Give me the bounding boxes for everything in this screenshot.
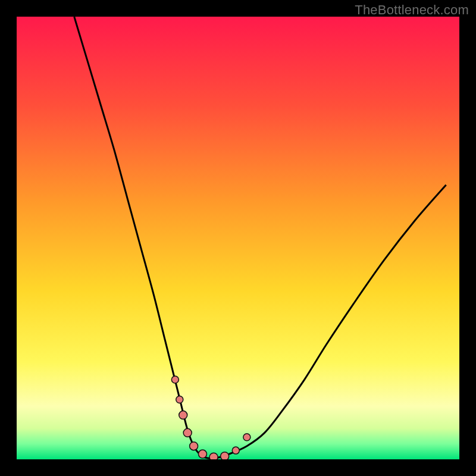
- bottleneck-chart: [17, 17, 459, 459]
- marker-c: [179, 411, 187, 419]
- marker-h: [221, 452, 229, 459]
- chart-frame: [17, 17, 459, 459]
- marker-g: [209, 453, 218, 459]
- chart-background: [17, 17, 459, 459]
- marker-e: [190, 442, 198, 450]
- marker-i: [232, 447, 239, 454]
- marker-j: [243, 434, 250, 441]
- marker-f: [198, 450, 206, 458]
- marker-a: [171, 376, 178, 383]
- marker-d: [183, 428, 192, 437]
- marker-b: [176, 396, 183, 403]
- attribution-label: TheBottleneck.com: [355, 2, 469, 18]
